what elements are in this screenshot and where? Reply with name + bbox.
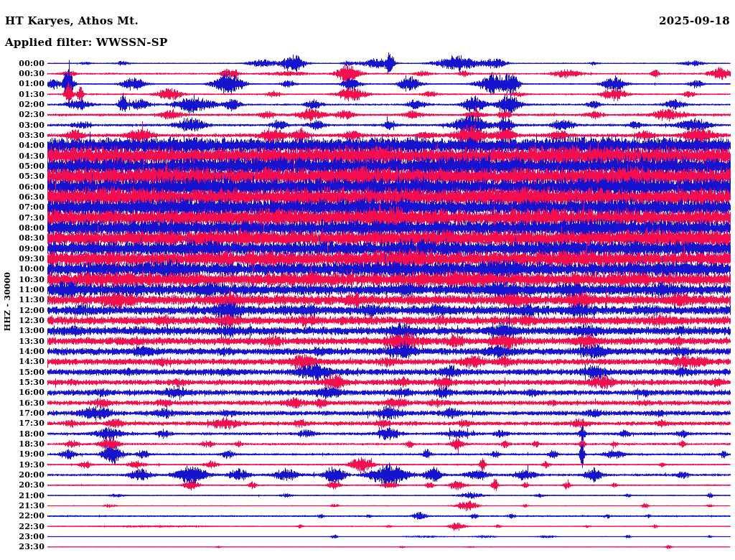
seismogram-traces xyxy=(0,0,735,560)
channel-scale-label: HHZ - 30000 xyxy=(3,262,13,341)
station-title: HT Karyes, Athos Mt. xyxy=(5,14,139,27)
filter-label: Applied filter: WWSSN-SP xyxy=(5,36,168,49)
record-date: 2025-09-18 xyxy=(659,14,730,27)
helicorder-view: HT Karyes, Athos Mt. 2025-09-18 Applied … xyxy=(0,0,735,560)
